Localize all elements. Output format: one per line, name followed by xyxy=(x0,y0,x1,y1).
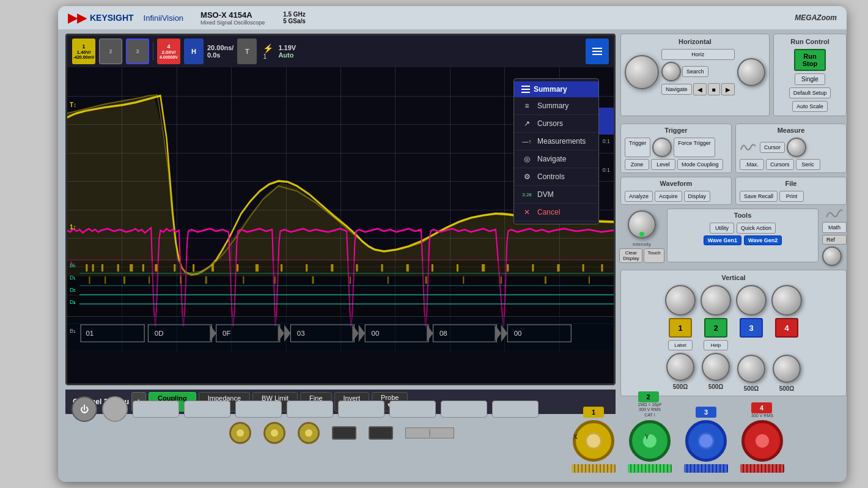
wave-gen1-btn[interactable]: Wave Gen1 xyxy=(704,235,741,245)
probe-2-connector[interactable] xyxy=(629,420,671,462)
trigger-btn[interactable]: Trigger xyxy=(625,138,650,157)
auto-scale-btn[interactable]: Auto Scale xyxy=(792,101,828,112)
probe-1-connector[interactable] xyxy=(573,420,614,462)
soft-btn-8[interactable] xyxy=(492,401,539,418)
trigger-indicator[interactable]: T xyxy=(237,39,257,64)
soft-btn-5[interactable] xyxy=(338,401,384,418)
power-btn[interactable]: ⏻ xyxy=(72,396,97,422)
menu-item-cancel[interactable]: ✕ Cancel xyxy=(514,204,598,221)
clear-display-btn[interactable]: ClearDisplay xyxy=(619,248,642,263)
probe-3-pins xyxy=(684,464,728,473)
run-stop-btn[interactable]: Run Stop xyxy=(794,49,826,71)
probe-3-connector[interactable] xyxy=(685,420,727,462)
tools-title: Tools xyxy=(672,212,813,219)
wave-gen2-btn[interactable]: Wave Gen2 xyxy=(744,235,782,245)
quick-action-btn[interactable]: Quick Action xyxy=(737,223,776,234)
ch2-help-btn[interactable]: Help xyxy=(704,340,728,350)
menu-item-summary[interactable]: ≡ Summary xyxy=(514,97,598,115)
soft-btn-2[interactable] xyxy=(184,401,230,418)
h-label: H xyxy=(191,48,196,55)
probe-2-spec: 1MΩ = 16pF300 V RMSCAT I xyxy=(638,402,662,418)
soft-btn-6[interactable] xyxy=(389,401,436,418)
probe-4-connector[interactable] xyxy=(741,420,783,462)
ch2-vert-pos-knob[interactable] xyxy=(701,285,731,316)
ch1-indicator[interactable]: 1 1.40V/ -420.00mV xyxy=(72,39,95,64)
horizontal-scale-knob[interactable] xyxy=(737,58,765,86)
soft-btn-3[interactable] xyxy=(235,401,282,418)
serial-btn[interactable]: Seric xyxy=(796,159,820,170)
search-btn[interactable]: Search xyxy=(682,66,708,77)
nav-left-btn[interactable]: ◀ xyxy=(693,83,707,95)
utility-btn[interactable]: Utility xyxy=(710,223,734,234)
ch4-vert-scale-knob[interactable] xyxy=(773,355,801,383)
sample-rate-spec: 5 GSa/s xyxy=(283,18,306,24)
tools-knob[interactable] xyxy=(822,246,842,266)
probe-3-label-area: 3 xyxy=(696,407,716,418)
usb-btn[interactable] xyxy=(102,396,128,422)
save-recall-btn[interactable]: Save Recall xyxy=(740,191,778,202)
cursor-btn[interactable]: Cursor xyxy=(760,142,785,153)
probe-4-label-area: 4 300 V RMS xyxy=(751,402,773,418)
ch4-vert-btn[interactable]: 4 xyxy=(775,318,798,338)
soft-btn-4[interactable] xyxy=(287,401,333,418)
ch2-vert-scale-knob[interactable] xyxy=(702,353,730,381)
ch2-indicator[interactable]: 2 xyxy=(99,39,122,64)
menu-item-dvm[interactable]: 3.28 DVM xyxy=(514,186,598,204)
ch1-label-btn[interactable]: Label xyxy=(668,340,693,350)
max-btn[interactable]: .Max. xyxy=(740,159,764,170)
ch1-vert-btn[interactable]: 1 xyxy=(669,318,692,338)
ref-btn[interactable]: Ref xyxy=(822,235,847,245)
model-sub: Mixed Signal Oscilloscope xyxy=(200,20,265,26)
nav-right-btn[interactable]: ▶ xyxy=(721,83,735,95)
cursors-btn[interactable]: Cursors xyxy=(766,159,794,170)
svg-rect-48 xyxy=(463,276,464,284)
menu-item-navigate[interactable]: ◎ Navigate xyxy=(514,150,598,168)
intensity-knob[interactable] xyxy=(626,209,658,240)
search-knob[interactable] xyxy=(661,62,681,81)
single-btn[interactable]: Single xyxy=(795,73,825,85)
ch4-vert-pos-knob[interactable] xyxy=(771,285,802,316)
ch3-vert-btn[interactable]: 3 xyxy=(740,318,763,338)
acquire-btn[interactable]: Acquire xyxy=(655,191,682,202)
ch2-num: 2 xyxy=(109,48,112,54)
analyze-btn[interactable]: Analyze xyxy=(625,191,653,202)
display-btn[interactable]: Display xyxy=(684,191,711,202)
touch-btn[interactable]: Touch xyxy=(644,248,664,263)
measure-knob[interactable] xyxy=(787,138,806,157)
zone-btn[interactable]: Zone xyxy=(625,159,649,170)
menu-item-controls[interactable]: ⚙ Controls xyxy=(514,168,598,186)
nav-stop-btn[interactable]: ■ xyxy=(708,83,720,95)
menu-item-measurements[interactable]: —↑ Measurements xyxy=(514,133,598,150)
mode-coupling-btn[interactable]: Mode Coupling xyxy=(677,159,723,170)
math-btn[interactable]: Math xyxy=(822,222,847,233)
svg-rect-8 xyxy=(101,264,103,272)
horizontal-position-knob[interactable] xyxy=(625,55,659,89)
trigger-measure-row: Trigger Trigger Force Trigger Zone Level… xyxy=(620,124,847,173)
soft-btn-7[interactable] xyxy=(441,401,487,418)
horiz-btn[interactable]: Horiz xyxy=(661,49,735,60)
menu-item-cursors[interactable]: ↗ Cursors xyxy=(514,115,598,133)
vert-ch1-col: 1 Label 500Ω xyxy=(665,285,696,392)
svg-text:01: 01 xyxy=(86,330,94,337)
level-btn[interactable]: Level xyxy=(651,159,675,170)
navigate-btn[interactable]: Navigate xyxy=(661,84,692,95)
screen-menu-btn[interactable] xyxy=(586,39,609,64)
trigger-level-knob[interactable] xyxy=(652,138,672,157)
ch1-vert-scale-knob[interactable] xyxy=(666,353,694,381)
bnc-2-center xyxy=(271,429,278,437)
ch3-vert-scale-knob[interactable] xyxy=(737,355,765,383)
waveform-buttons: Analyze Acquire Display xyxy=(625,191,727,202)
soft-btn-1[interactable] xyxy=(133,401,179,418)
specs: 1.5 GHz 5 GSa/s xyxy=(283,11,306,24)
ch3-indicator[interactable]: 3 xyxy=(126,39,149,64)
print-btn[interactable]: Print xyxy=(779,191,804,202)
ch1-vert-pos-knob[interactable] xyxy=(665,285,696,316)
timebase-indicator[interactable]: H xyxy=(184,39,204,64)
ch3-vert-pos-knob[interactable] xyxy=(736,285,767,316)
default-setup-btn[interactable]: Default Setup xyxy=(789,87,831,98)
probe-2-label-area: 2 1MΩ = 16pF300 V RMSCAT I xyxy=(638,391,662,418)
force-trigger-btn[interactable]: Force Trigger xyxy=(674,138,715,157)
d0-label: D₀ xyxy=(70,262,76,268)
ch2-vert-btn[interactable]: 2 xyxy=(704,318,727,338)
ch4-indicator[interactable]: 4 2.00V/ 4.00000V xyxy=(157,39,180,64)
